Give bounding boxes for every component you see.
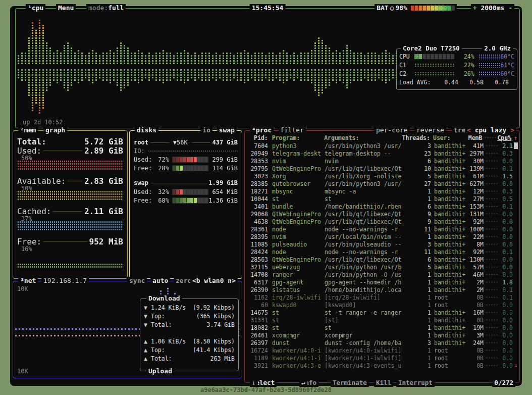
process-threads: 1: [402, 317, 431, 324]
sort-prev-button[interactable]: <: [467, 126, 471, 134]
meter-block: [180, 189, 183, 194]
mem-entry-label: Cached:: [17, 207, 51, 216]
battery-block: [411, 6, 414, 11]
menu-button[interactable]: Menu: [56, 4, 76, 12]
battery-icon: ○: [390, 4, 394, 12]
tab-mem[interactable]: ²mem: [18, 126, 38, 134]
tab-proc[interactable]: ⁴proc: [250, 126, 274, 134]
kill-button[interactable]: Kill: [374, 379, 393, 387]
scroll-down-icon[interactable]: ↓: [514, 362, 518, 369]
tab-net[interactable]: ³net: [18, 277, 38, 285]
process-program: QtWebEnginePro: [272, 256, 325, 263]
col-threads[interactable]: Threads:: [401, 134, 430, 141]
process-cpu-percent: 0.3: [498, 188, 513, 195]
interrupt-button[interactable]: Interrupt: [396, 379, 435, 387]
col-program[interactable]: Program:: [272, 134, 324, 141]
net-interface-selector[interactable]: <b wlan0 n>: [190, 277, 238, 285]
process-row[interactable]: 11085pulseaudio/usr/bin/pulseaudio --3ba…: [247, 240, 517, 248]
net-auto-toggle[interactable]: auto: [150, 277, 170, 285]
process-row[interactable]: 3023Xorg/usr/lib/Xorg -noliste5bandithi+…: [247, 172, 517, 180]
interval-decrease-button[interactable]: -: [508, 4, 512, 12]
process-row[interactable]: 28361nodenode --no-warnings -r11bandithi…: [247, 225, 517, 233]
process-user: bandithi+: [434, 264, 465, 271]
process-row[interactable]: 18271mbsyncmbsync -a1bandithi+12M0.3: [247, 187, 517, 195]
col-user[interactable]: User:: [433, 134, 464, 141]
col-memb[interactable]: MemB: [464, 134, 483, 141]
col-arguments[interactable]: Arguments:: [324, 134, 401, 141]
process-pid: 28385: [247, 180, 268, 187]
process-row[interactable]: 29068QtWebEnginePro/usr/lib/qt/libexec/Q…: [247, 210, 517, 218]
proc-percore-toggle[interactable]: per-core: [374, 126, 410, 134]
process-arguments: /usr/lib/qt/libexec/Qt: [325, 256, 402, 263]
process-mem: 3M: [465, 332, 484, 339]
terminate-button[interactable]: Terminate: [331, 379, 369, 387]
process-row[interactable]: 16724kworker/u4:0-i[kworker/u4:0-iwlwifi…: [247, 347, 517, 354]
process-row[interactable]: 14708ranger/usr/bin/python -O /us1bandit…: [247, 271, 517, 278]
col-pid[interactable]: Pid:: [247, 134, 268, 141]
process-arguments: [kworker/u4:1-iwlwifi]: [325, 355, 402, 362]
process-row[interactable]: 28353nvimnvim6bandithi+30M0.0: [247, 157, 517, 165]
terminal-window: ¹cpu Menu mode:full 15:45:54 BAT○ 98% + …: [10, 6, 522, 386]
process-row[interactable]: 26397dunstdunst -config /home/ba3bandith…: [247, 339, 517, 347]
process-row[interactable]: 4638QtWebEnginePro/usr/lib/qt/libexec/Qt…: [247, 218, 517, 225]
process-mem: 92M: [465, 249, 484, 256]
process-row[interactable]: 1189kworker/u4:1-i[kworker/u4:1-iwlwifi]…: [247, 354, 517, 362]
proc-reverse-toggle[interactable]: reverse: [414, 126, 446, 134]
process-row[interactable]: 20949telegram-deskttelegram-desktop --23…: [247, 150, 517, 157]
tab-disks-io[interactable]: io: [200, 126, 212, 134]
proc-scrollbar-thumb[interactable]: [514, 142, 518, 149]
process-row[interactable]: 28563QtWebEnginePro/usr/lib/qt/libexec/Q…: [247, 256, 517, 263]
process-row[interactable]: 29795QtWebEnginePro/usr/lib/qt/libexec/Q…: [247, 165, 517, 172]
sort-next-button[interactable]: >: [510, 126, 514, 134]
process-row[interactable]: 32115ueberzug/usr/bin/python /usr/b5band…: [247, 263, 517, 271]
tab-disks[interactable]: disks: [135, 126, 158, 134]
process-row[interactable]: 28385qutebrowser/usr/bin/python3 /usr/27…: [247, 180, 517, 187]
proc-filter-button[interactable]: filter: [278, 126, 306, 134]
process-row[interactable]: 60kswapd0[kswapd0]1root0B0.0: [247, 301, 517, 309]
process-row[interactable]: 14675stst -t ranger -e ranger1bandithi+1…: [247, 309, 517, 316]
process-cpu-history: [486, 167, 498, 170]
process-row[interactable]: 3921kworker/u4:3-e[kworker/u4:3-events_u…: [247, 362, 517, 369]
process-arguments: /usr/lib/qt/libexec/Qt: [325, 218, 402, 225]
process-program: Xorg: [272, 173, 325, 180]
battery-block: [423, 6, 427, 11]
process-row[interactable]: 26390slstatus/home/bandithijo/.loca1band…: [247, 286, 517, 293]
meter-block: [418, 54, 422, 59]
mode-toggle[interactable]: mode:full: [86, 4, 126, 12]
meter-block: [197, 189, 200, 194]
process-pid: 32115: [247, 264, 268, 271]
process-threads: 1: [402, 332, 431, 339]
proc-sort-selector: < cpu lazy >: [465, 126, 516, 134]
process-row[interactable]: 1162irq/28-iwlwifi[irq/28-iwlwifi]1root0…: [247, 293, 517, 301]
process-row[interactable]: 28395nvim/usr/local/bin/nvim --1bandithi…: [247, 233, 517, 240]
process-row[interactable]: 28424nodenode --no-warnings -r11bandithi…: [247, 248, 517, 256]
tab-disks-swap[interactable]: swap: [217, 126, 237, 134]
upload-arrow-icon: ▲: [144, 347, 151, 354]
tab-mem-graph[interactable]: graph: [43, 126, 67, 134]
meter-block: [439, 54, 442, 59]
process-row[interactable]: 3401bundle/home/bandithijo/.rben6bandith…: [247, 203, 517, 210]
process-pid: 28563: [247, 256, 268, 263]
process-cpu-percent: 0.1: [498, 203, 513, 210]
process-row[interactable]: 6317gpg-agentgpg-agent --homedir /h1band…: [247, 278, 517, 286]
tab-cpu[interactable]: ¹cpu: [26, 4, 45, 12]
process-row[interactable]: 10044stst1bandithi+27M0.5: [247, 195, 517, 203]
interval-increase-button[interactable]: +: [473, 4, 477, 12]
process-mem: 22M: [465, 233, 484, 240]
process-row[interactable]: 7604python3/usr/bin/python3 /usr/3bandit…: [247, 142, 517, 150]
col-cpu[interactable]: Cpu%: [496, 134, 511, 141]
process-row[interactable]: 18082stst1bandithi+19M0.0: [247, 324, 517, 331]
disk-usage-label: Free:: [134, 197, 154, 204]
net-sync-toggle[interactable]: sync: [127, 277, 147, 285]
battery-percent: 98%: [396, 4, 407, 12]
process-cpu-history: [486, 304, 498, 306]
process-row[interactable]: 26461xcompmgrxcompmgr1bandithi+3M0.0: [247, 331, 517, 339]
load-average-5m: 0.58: [464, 79, 489, 86]
mem-usage-band: [17, 190, 123, 201]
process-threads: 9: [402, 218, 431, 225]
meter-block: [180, 198, 183, 203]
download-stat-value: (9.92 Kibps): [186, 304, 235, 311]
upload-stat-value: 263 MiB: [172, 355, 235, 362]
process-row[interactable]: 31331st[st]1bandithi+0B0.0: [247, 316, 517, 324]
meter-block: [180, 166, 183, 171]
